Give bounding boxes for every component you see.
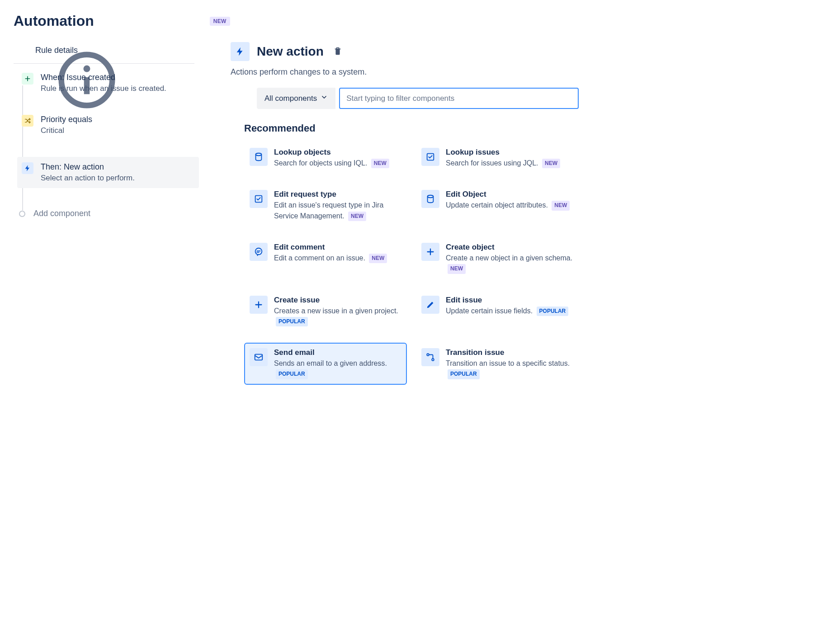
filter-components-input[interactable]	[339, 88, 579, 109]
shuffle-icon	[22, 115, 33, 127]
trash-icon	[333, 51, 343, 57]
action-title: Edit comment	[274, 243, 387, 252]
action-title: Send email	[274, 348, 401, 357]
action-badge: NEW	[542, 159, 560, 168]
sidebar: Rule details When: Issue created Rule is…	[14, 42, 194, 385]
action-desc: Update certain object attributes. NEW	[446, 200, 570, 210]
flow-item-trigger[interactable]: When: Issue created Rule is run when an …	[22, 73, 194, 93]
action-badge: POPULAR	[276, 317, 308, 326]
pencil-icon	[421, 296, 439, 314]
action-badge: NEW	[552, 201, 570, 210]
action-card[interactable]: Lookup objectsSearch for objects using I…	[244, 142, 407, 174]
panel-subtitle: Actions perform changes to a system.	[231, 67, 579, 77]
flow-item-desc: Select an action to perform.	[41, 174, 135, 183]
chevron-down-icon	[321, 94, 328, 103]
panel-header: New action	[231, 42, 579, 61]
action-title: Lookup objects	[274, 148, 389, 157]
action-desc: Sends an email to a given address. POPUL…	[274, 358, 401, 379]
new-badge: NEW	[210, 17, 230, 26]
bolt-icon	[231, 42, 250, 61]
database-icon	[250, 148, 268, 166]
action-title: Create object	[446, 243, 573, 252]
action-desc: Edit an issue's request type in Jira Ser…	[274, 200, 401, 221]
action-badge: POPULAR	[276, 369, 308, 379]
flow-item-desc: Rule is run when an issue is created.	[41, 84, 166, 93]
list-check-icon	[421, 148, 439, 166]
action-desc: Create a new object in a given schema. N…	[446, 253, 573, 274]
page-header: Automation NEW	[14, 13, 826, 29]
action-title: Lookup issues	[446, 148, 560, 157]
flow-item-desc: Critical	[41, 126, 92, 135]
main-panel: New action Actions perform changes to a …	[231, 42, 579, 385]
plus-icon	[250, 296, 268, 314]
action-card[interactable]: Transition issueTransition an issue to a…	[416, 343, 579, 385]
components-dropdown[interactable]: All components	[257, 88, 335, 109]
flow-connector-line	[22, 85, 23, 212]
action-grid: Lookup objectsSearch for objects using I…	[244, 142, 579, 385]
action-desc: Transition an issue to a specific status…	[446, 358, 573, 379]
action-title: Edit issue	[446, 296, 568, 305]
plus-icon	[421, 243, 439, 261]
action-badge: POPULAR	[448, 369, 480, 379]
rule-details-label: Rule details	[35, 46, 78, 55]
flow-list: When: Issue created Rule is run when an …	[14, 73, 194, 218]
bolt-icon	[22, 162, 33, 174]
delete-button[interactable]	[331, 44, 344, 59]
action-desc: Search for issues using JQL. NEW	[446, 158, 560, 168]
action-desc: Creates a new issue in a given project. …	[274, 306, 401, 327]
section-title-recommended: Recommended	[244, 123, 579, 134]
action-card[interactable]: Lookup issuesSearch for issues using JQL…	[416, 142, 579, 174]
action-title: Edit request type	[274, 190, 401, 199]
task-check-icon	[250, 190, 268, 208]
action-card[interactable]: Edit ObjectUpdate certain object attribu…	[416, 184, 579, 227]
action-title: Transition issue	[446, 348, 573, 357]
add-component-button[interactable]: Add component	[19, 209, 194, 218]
action-card[interactable]: Edit request typeEdit an issue's request…	[244, 184, 407, 227]
action-title: Edit Object	[446, 190, 570, 199]
add-component-label: Add component	[33, 209, 90, 218]
action-title: Create issue	[274, 296, 401, 305]
action-badge: NEW	[448, 264, 466, 274]
action-card[interactable]: Send emailSends an email to a given addr…	[244, 343, 407, 385]
action-badge: NEW	[348, 212, 366, 221]
flow-item-title: Then: New action	[41, 162, 135, 172]
action-badge: NEW	[369, 254, 387, 263]
filter-row: All components	[257, 88, 579, 109]
flow-item-condition[interactable]: Priority equals Critical	[22, 115, 194, 135]
action-desc: Edit a comment on an issue. NEW	[274, 253, 387, 263]
transition-icon	[421, 348, 439, 366]
mail-icon	[250, 348, 268, 366]
action-badge: POPULAR	[537, 307, 569, 316]
action-desc: Search for objects using IQL. NEW	[274, 158, 389, 168]
action-card[interactable]: Edit issueUpdate certain issue fields. P…	[416, 290, 579, 332]
action-card[interactable]: Edit commentEdit a comment on an issue. …	[244, 237, 407, 279]
flow-item-action-selected[interactable]: Then: New action Select an action to per…	[17, 157, 199, 188]
database-icon	[421, 190, 439, 208]
plus-icon	[22, 73, 33, 85]
action-card[interactable]: Create objectCreate a new object in a gi…	[416, 237, 579, 279]
comment-icon	[250, 243, 268, 261]
dropdown-label: All components	[264, 94, 317, 103]
action-desc: Update certain issue fields. POPULAR	[446, 306, 568, 316]
info-icon	[19, 46, 28, 55]
action-card[interactable]: Create issueCreates a new issue in a giv…	[244, 290, 407, 332]
flow-item-title: Priority equals	[41, 115, 92, 124]
page-title: Automation	[14, 13, 94, 29]
panel-title: New action	[257, 44, 324, 59]
flow-item-title: When: Issue created	[41, 73, 166, 82]
action-badge: NEW	[371, 159, 389, 168]
rule-details-link[interactable]: Rule details	[14, 42, 194, 64]
